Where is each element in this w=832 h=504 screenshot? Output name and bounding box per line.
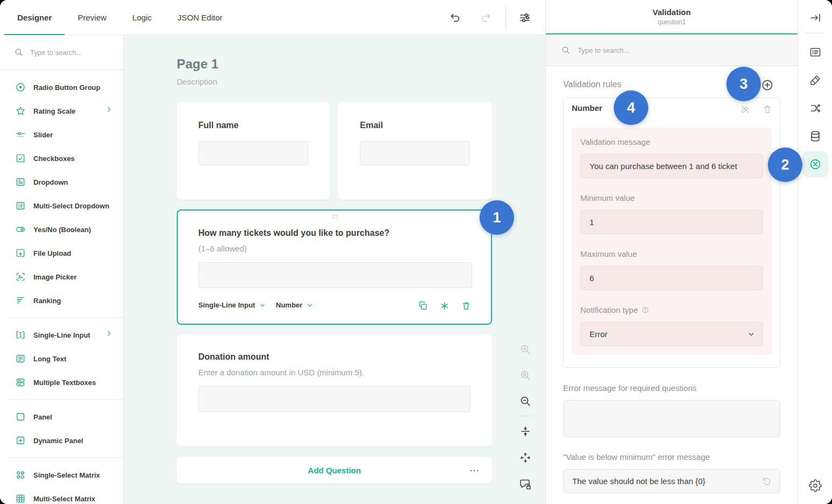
minimum-value-label: Minimum value	[580, 193, 635, 202]
toolbox-item-single-select-matrix[interactable]: Single-Select Matrix	[0, 463, 123, 487]
toolbox-item-dynamic-panel[interactable]: Dynamic Panel	[0, 429, 123, 452]
toolbox-item-ranking[interactable]: Ranking	[0, 289, 123, 312]
collapse-all-icon[interactable]	[519, 425, 532, 438]
toolbox-item-label: Slider	[33, 131, 116, 139]
toolbox-item-image-picker[interactable]: Image Picker	[0, 265, 123, 289]
validation-message-input[interactable]: You can purchase between 1 and 6 ticket	[580, 154, 763, 178]
zoom-reset-icon[interactable]	[519, 369, 532, 382]
toolbox-item-multi-select-dropdown[interactable]: Multi-Select Dropdown	[0, 194, 123, 218]
question-text-input[interactable]	[198, 141, 308, 165]
data-tab-icon[interactable]	[809, 130, 822, 143]
input-type-selector[interactable]: Number	[276, 301, 313, 309]
maximum-value-label: Maximum value	[580, 249, 637, 258]
page-description[interactable]: Description	[177, 77, 217, 86]
callout-badge-1: 1	[480, 200, 514, 235]
toolbox-item-radio-button-group[interactable]: Radio Button Group	[0, 75, 123, 99]
search-icon	[561, 45, 571, 55]
redo-icon[interactable]	[479, 11, 492, 24]
checkboxes-icon	[15, 153, 26, 164]
file-upload-icon	[15, 248, 26, 258]
survey-creator-window: Designer Preview Logic JSON Editor Radio	[0, 0, 832, 504]
reset-to-default-icon[interactable]	[761, 476, 772, 487]
add-question-bar: Add Question ⋯	[177, 457, 492, 484]
design-canvas: Page 1 Description Full name Email How m…	[124, 35, 545, 504]
add-question-button[interactable]: Add Question	[308, 466, 360, 475]
question-type-selector[interactable]: Single-Line Input	[198, 301, 266, 309]
long-text-icon	[15, 353, 26, 364]
toolbox-item-slider[interactable]: Slider	[0, 123, 123, 146]
question-text-input[interactable]	[198, 386, 470, 412]
tab-logic[interactable]: Logic	[120, 0, 165, 35]
lock-questions-icon[interactable]	[519, 478, 532, 491]
general-settings-tab-icon[interactable]	[809, 46, 822, 59]
validation-tab-icon[interactable]	[809, 158, 822, 171]
toolbox-item-panel[interactable]: Panel	[0, 405, 123, 429]
properties-search[interactable]	[546, 34, 798, 66]
question-card-fullname[interactable]: Full name	[177, 102, 330, 200]
required-question-icon[interactable]	[439, 300, 450, 311]
properties-header: Validation question1	[546, 0, 798, 33]
tab-json-editor[interactable]: JSON Editor	[164, 0, 235, 35]
question-text-input[interactable]	[198, 262, 472, 288]
question-card-email[interactable]: Email	[338, 102, 492, 200]
rule-type-selector[interactable]: Number	[572, 103, 602, 113]
layout-tab-icon[interactable]	[809, 74, 822, 87]
properties-search-input[interactable]	[578, 46, 712, 54]
notification-type-label-text: Notification type	[580, 305, 638, 314]
survey-settings-icon[interactable]	[518, 11, 531, 24]
validation-message-label: Validation message	[580, 137, 650, 146]
toolbox-divider	[9, 317, 123, 318]
tab-designer[interactable]: Designer	[4, 0, 65, 35]
below-minimum-input[interactable]: The value should not be less than {0}	[563, 469, 780, 493]
question-card-tickets-selected[interactable]: How many tickets would you like to purch…	[177, 209, 492, 325]
edit-rule-disabled-icon[interactable]	[740, 104, 751, 115]
creator-settings-gear-icon[interactable]	[809, 479, 822, 492]
duplicate-question-icon[interactable]	[418, 300, 428, 311]
single-select-matrix-icon	[15, 470, 26, 480]
single-line-input-icon	[15, 330, 26, 340]
page-title[interactable]: Page 1	[177, 57, 218, 72]
undo-icon[interactable]	[449, 11, 462, 24]
required-error-label: Error message for required questions	[563, 383, 697, 393]
toolbox-item-label: Ranking	[33, 297, 116, 305]
toolbox-item-multiple-textboxes[interactable]: Multiple Textboxes	[0, 370, 123, 394]
delete-rule-icon[interactable]	[762, 104, 773, 115]
delete-question-icon[interactable]	[461, 300, 472, 311]
toolbox-search-input[interactable]	[30, 48, 111, 57]
notification-type-select[interactable]: Error	[580, 322, 763, 346]
toolbox-item-checkboxes[interactable]: Checkboxes	[0, 146, 123, 170]
drag-handle-icon[interactable]	[328, 214, 341, 219]
toolbox-search[interactable]	[0, 35, 123, 70]
zoom-out-icon[interactable]	[519, 395, 532, 408]
search-icon	[14, 47, 24, 57]
zoom-in-icon[interactable]	[519, 343, 532, 356]
toolbox-item-dropdown[interactable]: Dropdown	[0, 170, 123, 194]
toolbox-item-boolean[interactable]: Yes/No (Boolean)	[0, 218, 123, 241]
add-rule-icon[interactable]	[761, 79, 774, 92]
chevron-down-icon	[307, 302, 313, 309]
canvas-controls-divider	[517, 416, 533, 416]
collapse-panel-icon[interactable]	[809, 11, 822, 24]
properties-title: Validation	[653, 8, 691, 17]
toolbox-item-file-upload[interactable]: File Upload	[0, 241, 123, 265]
toolbox-item-single-line-input[interactable]: Single-Line Input	[0, 323, 123, 347]
tab-preview[interactable]: Preview	[65, 0, 119, 35]
toolbox-item-long-text[interactable]: Long Text	[0, 347, 123, 370]
callout-badge-4: 4	[614, 90, 648, 125]
drag-mode-icon[interactable]	[519, 451, 532, 464]
minimum-value-input[interactable]: 1	[580, 210, 763, 234]
toolbox-item-rating-scale[interactable]: Rating Scale	[0, 99, 123, 123]
help-icon[interactable]	[641, 306, 649, 314]
maximum-value-input[interactable]: 6	[580, 266, 763, 290]
add-question-more-button[interactable]: ⋯	[469, 465, 480, 477]
callout-badge-2: 2	[768, 148, 802, 182]
question-title: Email	[360, 121, 383, 130]
question-card-donation[interactable]: Donation amount Enter a donation amount …	[177, 334, 492, 446]
required-error-input[interactable]	[563, 400, 780, 437]
question-text-input[interactable]	[360, 141, 470, 165]
rule-type-label: Number	[572, 103, 602, 113]
logic-tab-icon[interactable]	[809, 102, 822, 115]
toolbox-item-label: Rating Scale	[33, 107, 98, 115]
multiple-textboxes-icon	[15, 377, 26, 388]
toolbox-item-multi-select-matrix[interactable]: Multi-Select Matrix	[0, 487, 123, 504]
